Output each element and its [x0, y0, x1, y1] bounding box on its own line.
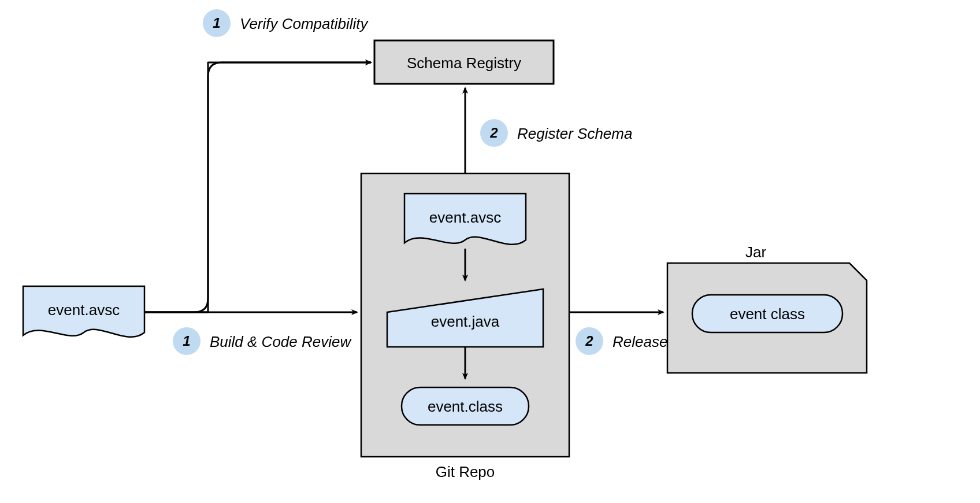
schema-registry-node: Schema Registry [374, 40, 554, 84]
badge-num-2b: 2 [585, 333, 593, 349]
step-build-review: 1 Build & Code Review [173, 327, 352, 355]
step-label-1b: Build & Code Review [210, 333, 352, 350]
badge-num-2a: 2 [489, 125, 498, 140]
repo-avsc-label: event.avsc [429, 209, 501, 226]
badge-num-1b: 1 [183, 333, 190, 349]
repo-class-node: event.class [402, 387, 529, 425]
jar-class-node: event class [692, 295, 842, 332]
step-label-1a: Verify Compatibility [240, 15, 369, 32]
schema-registry-label: Schema Registry [407, 54, 521, 72]
repo-avsc-node: event.avsc [404, 194, 526, 245]
source-avsc-label: event.avsc [48, 301, 120, 319]
arrow-verify-compatibility [144, 62, 371, 312]
repo-java-label: event.java [431, 313, 500, 330]
badge-num-1a: 1 [213, 15, 220, 31]
step-label-2a: Register Schema [517, 125, 632, 142]
jar-class-label: event class [730, 305, 805, 323]
step-label-2b: Release [612, 333, 667, 350]
step-verify-compatibility: 1 Verify Compatibility [203, 9, 369, 37]
source-avsc-node: event.avsc [23, 286, 144, 337]
jar-label: Jar [745, 243, 766, 261]
git-repo-label: Git Repo [436, 463, 495, 480]
repo-class-label: event.class [428, 398, 503, 415]
step-register-schema: 2 Register Schema [480, 119, 632, 147]
step-release: 2 Release [576, 327, 667, 355]
arrow-verify-compatibility-rounded [144, 62, 371, 312]
